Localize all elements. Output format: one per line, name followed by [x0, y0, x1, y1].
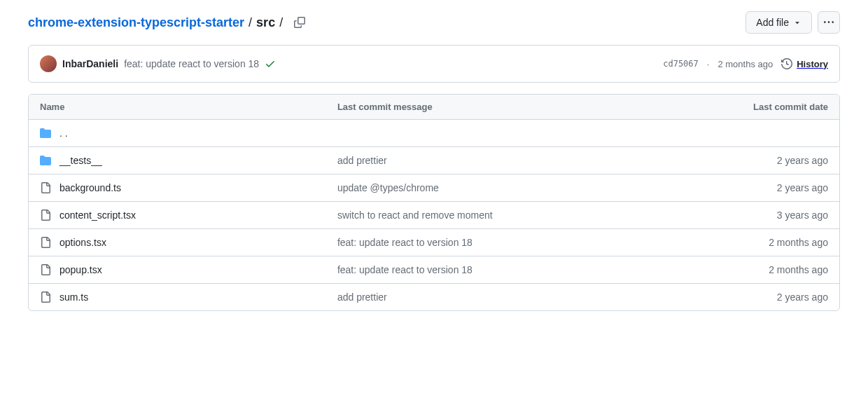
- file-name-cell[interactable]: popup.tsx: [40, 264, 337, 275]
- file-commit-message[interactable]: feat: update react to version 18: [337, 237, 680, 248]
- breadcrumb: chrome-extension-typescript-starter / sr…: [28, 13, 309, 32]
- latest-commit-bar: InbarDanieli feat: update react to versi…: [28, 45, 840, 83]
- col-header-message: Last commit message: [337, 102, 680, 112]
- history-label: History: [797, 59, 828, 69]
- header-actions: Add file: [746, 11, 840, 34]
- avatar[interactable]: [40, 55, 57, 72]
- dot-sep: ·: [707, 59, 710, 69]
- file-icon: [40, 264, 51, 275]
- col-header-name: Name: [40, 102, 337, 112]
- table-row: background.tsupdate @types/chrome2 years…: [29, 174, 839, 202]
- commit-message[interactable]: feat: update react to version 18: [124, 58, 259, 69]
- file-icon: [40, 291, 51, 303]
- file-icon: [40, 182, 51, 193]
- table-header: Name Last commit message Last commit dat…: [29, 95, 839, 120]
- kebab-icon: [824, 17, 834, 28]
- copy-icon: [294, 17, 305, 28]
- file-commit-date: 2 years ago: [680, 182, 828, 193]
- table-row: content_script.tsxswitch to react and re…: [29, 202, 839, 229]
- file-name: background.ts: [59, 182, 121, 193]
- commit-info-left: InbarDanieli feat: update react to versi…: [40, 55, 276, 72]
- file-name-cell[interactable]: background.ts: [40, 182, 337, 193]
- file-name: popup.tsx: [59, 264, 102, 275]
- folder-icon: [40, 128, 51, 139]
- file-name: options.tsx: [59, 237, 106, 248]
- breadcrumb-sep: /: [248, 15, 252, 30]
- file-commit-message[interactable]: switch to react and remove moment: [337, 210, 680, 221]
- folder-icon: [40, 155, 51, 166]
- file-commit-date: 2 months ago: [680, 237, 828, 248]
- col-header-date: Last commit date: [680, 102, 828, 112]
- file-table: Name Last commit message Last commit dat…: [28, 94, 840, 311]
- add-file-button[interactable]: Add file: [746, 11, 812, 34]
- table-row: __tests__add prettier2 years ago: [29, 147, 839, 174]
- chevron-down-icon: [793, 18, 802, 27]
- file-name: sum.ts: [59, 291, 88, 303]
- table-row: popup.tsxfeat: update react to version 1…: [29, 256, 839, 284]
- file-name-cell[interactable]: options.tsx: [40, 237, 337, 248]
- commit-author[interactable]: InbarDanieli: [62, 58, 118, 69]
- file-icon: [40, 210, 51, 221]
- breadcrumb-sep: /: [279, 15, 283, 30]
- file-name: content_script.tsx: [59, 210, 136, 221]
- history-link[interactable]: History: [781, 58, 828, 69]
- history-icon: [781, 58, 792, 69]
- file-name: . .: [59, 128, 68, 139]
- file-commit-message[interactable]: add prettier: [337, 155, 680, 166]
- file-commit-message[interactable]: add prettier: [337, 291, 680, 303]
- commit-sha[interactable]: cd75067: [663, 59, 699, 69]
- file-name-cell[interactable]: . .: [40, 128, 337, 139]
- file-name-cell[interactable]: sum.ts: [40, 291, 337, 303]
- file-commit-date: 2 years ago: [680, 155, 828, 166]
- copy-path-button[interactable]: [290, 13, 309, 32]
- breadcrumb-repo-link[interactable]: chrome-extension-typescript-starter: [28, 15, 244, 30]
- header-row: chrome-extension-typescript-starter / sr…: [28, 11, 840, 34]
- commit-time: 2 months ago: [718, 59, 773, 69]
- file-name-cell[interactable]: content_script.tsx: [40, 210, 337, 221]
- add-file-label: Add file: [756, 17, 789, 28]
- file-name: __tests__: [59, 155, 102, 166]
- file-commit-date: 2 months ago: [680, 264, 828, 275]
- check-icon[interactable]: [265, 58, 276, 69]
- more-actions-button[interactable]: [818, 11, 840, 34]
- file-commit-date: 2 years ago: [680, 291, 828, 303]
- table-row: sum.tsadd prettier2 years ago: [29, 284, 839, 310]
- commit-info-right: cd75067 · 2 months ago History: [663, 58, 828, 69]
- breadcrumb-current: src: [256, 15, 275, 30]
- file-icon: [40, 237, 51, 248]
- table-row: . .: [29, 120, 839, 147]
- file-commit-message[interactable]: update @types/chrome: [337, 182, 680, 193]
- file-commit-message[interactable]: feat: update react to version 18: [337, 264, 680, 275]
- file-name-cell[interactable]: __tests__: [40, 155, 337, 166]
- file-commit-date: 3 years ago: [680, 210, 828, 221]
- table-row: options.tsxfeat: update react to version…: [29, 229, 839, 256]
